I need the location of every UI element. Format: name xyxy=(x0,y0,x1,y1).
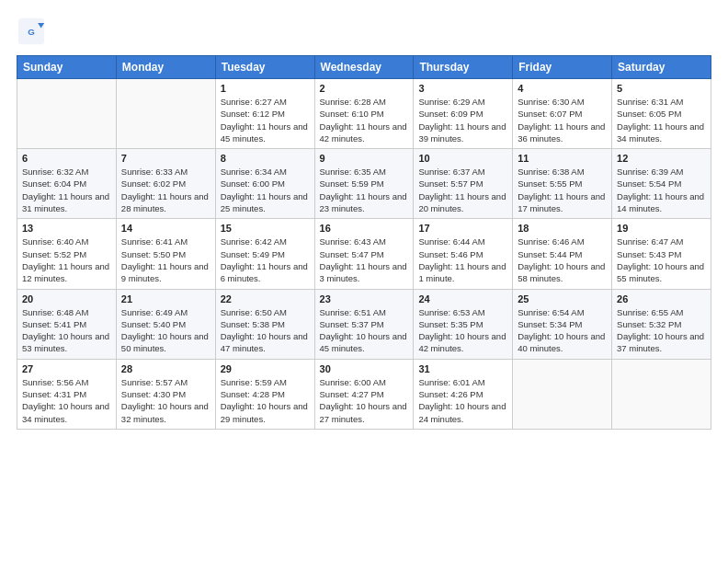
day-info: Sunrise: 6:44 AM Sunset: 5:46 PM Dayligh… xyxy=(418,236,507,284)
day-number: 11 xyxy=(518,153,607,164)
calendar-cell: 22Sunrise: 6:50 AM Sunset: 5:38 PM Dayli… xyxy=(215,289,314,359)
calendar-week-row: 6Sunrise: 6:32 AM Sunset: 6:04 PM Daylig… xyxy=(17,149,711,219)
calendar-header-monday: Monday xyxy=(116,56,215,79)
day-number: 12 xyxy=(617,153,706,164)
calendar-cell: 25Sunrise: 6:54 AM Sunset: 5:34 PM Dayli… xyxy=(513,289,612,359)
calendar-page: G SundayMondayTuesdayWednesdayThursdayFr… xyxy=(0,0,728,563)
day-number: 31 xyxy=(418,363,507,374)
day-number: 3 xyxy=(418,83,507,94)
calendar-cell: 20Sunrise: 6:48 AM Sunset: 5:41 PM Dayli… xyxy=(17,289,117,359)
day-info: Sunrise: 6:53 AM Sunset: 5:35 PM Dayligh… xyxy=(418,306,507,355)
day-info: Sunrise: 6:01 AM Sunset: 4:26 PM Dayligh… xyxy=(418,376,507,425)
day-number: 27 xyxy=(22,363,111,374)
day-number: 30 xyxy=(320,363,409,374)
calendar-cell: 27Sunrise: 5:56 AM Sunset: 4:31 PM Dayli… xyxy=(17,359,117,429)
calendar-cell: 23Sunrise: 6:51 AM Sunset: 5:37 PM Dayli… xyxy=(314,289,414,359)
calendar-cell: 11Sunrise: 6:38 AM Sunset: 5:55 PM Dayli… xyxy=(513,149,612,219)
day-info: Sunrise: 6:33 AM Sunset: 6:02 PM Dayligh… xyxy=(121,166,210,214)
calendar-cell: 6Sunrise: 6:32 AM Sunset: 6:04 PM Daylig… xyxy=(17,149,117,219)
calendar-header-sunday: Sunday xyxy=(17,56,117,79)
calendar-cell: 1Sunrise: 6:27 AM Sunset: 6:12 PM Daylig… xyxy=(215,79,314,149)
calendar-cell: 8Sunrise: 6:34 AM Sunset: 6:00 PM Daylig… xyxy=(215,149,314,219)
calendar-week-row: 13Sunrise: 6:40 AM Sunset: 5:52 PM Dayli… xyxy=(17,219,711,289)
day-info: Sunrise: 5:57 AM Sunset: 4:30 PM Dayligh… xyxy=(121,376,210,425)
calendar-cell: 18Sunrise: 6:46 AM Sunset: 5:44 PM Dayli… xyxy=(513,219,612,289)
calendar-header-thursday: Thursday xyxy=(414,56,513,79)
day-number: 22 xyxy=(221,293,310,304)
calendar-cell: 30Sunrise: 6:00 AM Sunset: 4:27 PM Dayli… xyxy=(314,359,414,429)
day-info: Sunrise: 6:28 AM Sunset: 6:10 PM Dayligh… xyxy=(320,96,409,144)
calendar-cell: 5Sunrise: 6:31 AM Sunset: 6:05 PM Daylig… xyxy=(612,79,711,149)
day-number: 29 xyxy=(221,363,310,374)
calendar-cell: 2Sunrise: 6:28 AM Sunset: 6:10 PM Daylig… xyxy=(314,79,414,149)
day-number: 25 xyxy=(518,293,607,304)
logo-icon: G xyxy=(17,17,46,46)
day-number: 21 xyxy=(121,293,210,304)
day-number: 19 xyxy=(617,223,706,234)
day-info: Sunrise: 6:47 AM Sunset: 5:43 PM Dayligh… xyxy=(617,236,706,284)
day-number: 6 xyxy=(22,153,111,164)
day-info: Sunrise: 6:48 AM Sunset: 5:41 PM Dayligh… xyxy=(22,306,111,355)
day-info: Sunrise: 6:39 AM Sunset: 5:54 PM Dayligh… xyxy=(617,166,706,214)
day-number: 24 xyxy=(418,293,507,304)
day-info: Sunrise: 5:56 AM Sunset: 4:31 PM Dayligh… xyxy=(22,376,111,425)
day-number: 7 xyxy=(121,153,210,164)
calendar-cell: 4Sunrise: 6:30 AM Sunset: 6:07 PM Daylig… xyxy=(513,79,612,149)
calendar-cell: 19Sunrise: 6:47 AM Sunset: 5:43 PM Dayli… xyxy=(612,219,711,289)
calendar-cell: 10Sunrise: 6:37 AM Sunset: 5:57 PM Dayli… xyxy=(414,149,513,219)
calendar-header-row: SundayMondayTuesdayWednesdayThursdayFrid… xyxy=(17,56,711,79)
svg-text:G: G xyxy=(28,27,35,37)
calendar-cell: 16Sunrise: 6:43 AM Sunset: 5:47 PM Dayli… xyxy=(314,219,414,289)
day-info: Sunrise: 5:59 AM Sunset: 4:28 PM Dayligh… xyxy=(221,376,310,425)
logo: G xyxy=(17,17,50,46)
day-number: 8 xyxy=(221,153,310,164)
calendar-week-row: 1Sunrise: 6:27 AM Sunset: 6:12 PM Daylig… xyxy=(17,79,711,149)
day-number: 10 xyxy=(418,153,507,164)
day-number: 5 xyxy=(617,83,706,94)
day-info: Sunrise: 6:27 AM Sunset: 6:12 PM Dayligh… xyxy=(221,96,310,144)
header: G xyxy=(17,17,711,46)
calendar-week-row: 27Sunrise: 5:56 AM Sunset: 4:31 PM Dayli… xyxy=(17,359,711,429)
day-info: Sunrise: 6:40 AM Sunset: 5:52 PM Dayligh… xyxy=(22,236,111,284)
day-info: Sunrise: 6:51 AM Sunset: 5:37 PM Dayligh… xyxy=(320,306,409,355)
day-number: 2 xyxy=(320,83,409,94)
day-info: Sunrise: 6:50 AM Sunset: 5:38 PM Dayligh… xyxy=(221,306,310,355)
calendar-cell: 29Sunrise: 5:59 AM Sunset: 4:28 PM Dayli… xyxy=(215,359,314,429)
calendar-cell xyxy=(116,79,215,149)
day-info: Sunrise: 6:43 AM Sunset: 5:47 PM Dayligh… xyxy=(320,236,409,284)
calendar-cell xyxy=(17,79,117,149)
day-info: Sunrise: 6:42 AM Sunset: 5:49 PM Dayligh… xyxy=(221,236,310,284)
day-info: Sunrise: 6:00 AM Sunset: 4:27 PM Dayligh… xyxy=(320,376,409,425)
day-number: 18 xyxy=(518,223,607,234)
day-info: Sunrise: 6:38 AM Sunset: 5:55 PM Dayligh… xyxy=(518,166,607,214)
calendar-cell: 12Sunrise: 6:39 AM Sunset: 5:54 PM Dayli… xyxy=(612,149,711,219)
calendar-table: SundayMondayTuesdayWednesdayThursdayFrid… xyxy=(17,55,711,430)
day-number: 16 xyxy=(320,223,409,234)
calendar-cell: 28Sunrise: 5:57 AM Sunset: 4:30 PM Dayli… xyxy=(116,359,215,429)
day-number: 28 xyxy=(121,363,210,374)
day-number: 20 xyxy=(22,293,111,304)
day-number: 15 xyxy=(221,223,310,234)
calendar-cell: 7Sunrise: 6:33 AM Sunset: 6:02 PM Daylig… xyxy=(116,149,215,219)
day-number: 9 xyxy=(320,153,409,164)
day-number: 17 xyxy=(418,223,507,234)
calendar-header-saturday: Saturday xyxy=(612,56,711,79)
calendar-cell: 13Sunrise: 6:40 AM Sunset: 5:52 PM Dayli… xyxy=(17,219,117,289)
day-info: Sunrise: 6:32 AM Sunset: 6:04 PM Dayligh… xyxy=(22,166,111,214)
day-number: 4 xyxy=(518,83,607,94)
calendar-cell: 17Sunrise: 6:44 AM Sunset: 5:46 PM Dayli… xyxy=(414,219,513,289)
calendar-cell: 21Sunrise: 6:49 AM Sunset: 5:40 PM Dayli… xyxy=(116,289,215,359)
calendar-cell: 24Sunrise: 6:53 AM Sunset: 5:35 PM Dayli… xyxy=(414,289,513,359)
day-info: Sunrise: 6:37 AM Sunset: 5:57 PM Dayligh… xyxy=(418,166,507,214)
day-number: 26 xyxy=(617,293,706,304)
day-number: 14 xyxy=(121,223,210,234)
day-number: 1 xyxy=(221,83,310,94)
calendar-cell: 15Sunrise: 6:42 AM Sunset: 5:49 PM Dayli… xyxy=(215,219,314,289)
calendar-cell: 9Sunrise: 6:35 AM Sunset: 5:59 PM Daylig… xyxy=(314,149,414,219)
calendar-header-friday: Friday xyxy=(513,56,612,79)
calendar-cell xyxy=(612,359,711,429)
day-info: Sunrise: 6:29 AM Sunset: 6:09 PM Dayligh… xyxy=(418,96,507,144)
calendar-week-row: 20Sunrise: 6:48 AM Sunset: 5:41 PM Dayli… xyxy=(17,289,711,359)
day-number: 13 xyxy=(22,223,111,234)
day-number: 23 xyxy=(320,293,409,304)
